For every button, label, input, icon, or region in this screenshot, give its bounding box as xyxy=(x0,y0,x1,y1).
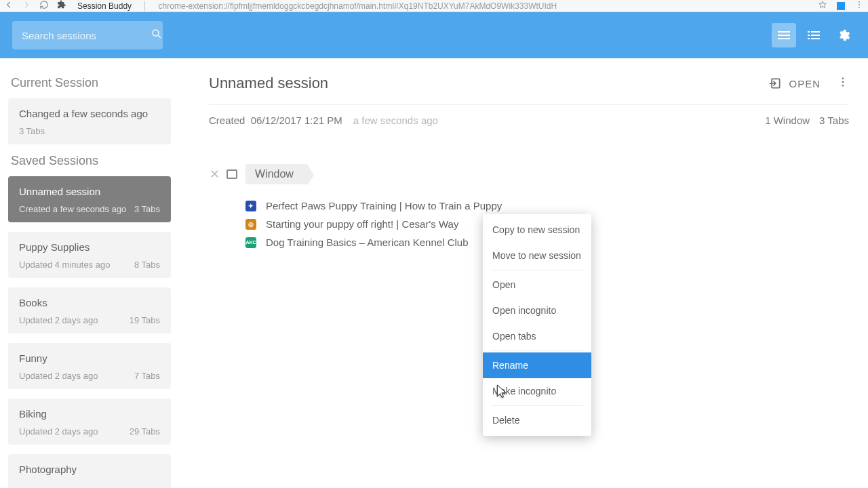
search-input[interactable] xyxy=(22,30,151,41)
svg-point-15 xyxy=(842,81,844,83)
saved-session-card[interactable]: Puppy Supplies Updated 4 minutes ago8 Ta… xyxy=(8,232,171,278)
card-title: Books xyxy=(19,297,160,308)
svg-rect-8 xyxy=(811,31,820,33)
card-title: Unnamed session xyxy=(19,186,160,197)
card-title: Changed a few seconds ago xyxy=(19,108,160,119)
remove-window-button[interactable]: ✕ xyxy=(209,167,220,182)
back-icon[interactable] xyxy=(4,0,14,12)
svg-point-16 xyxy=(842,85,844,87)
menu-item[interactable]: Move to new session xyxy=(483,243,591,268)
card-title: Biking xyxy=(19,408,160,420)
extension-name: Session Buddy xyxy=(77,1,132,11)
address-bar[interactable]: chrome-extension://flpfmljjfmemldoggckcb… xyxy=(159,1,810,11)
svg-rect-10 xyxy=(811,35,820,36)
search-field[interactable] xyxy=(12,21,163,49)
card-title: Puppy Supplies xyxy=(19,241,160,253)
svg-rect-12 xyxy=(811,38,820,39)
reload-icon[interactable] xyxy=(39,0,49,12)
svg-point-2 xyxy=(859,7,860,8)
session-title: Unnamed session xyxy=(209,75,328,92)
extension-icon xyxy=(57,0,66,12)
favicon: ◎ xyxy=(245,219,256,230)
svg-point-3 xyxy=(153,30,159,36)
tab-title: Perfect Paws Puppy Training | How to Tra… xyxy=(266,200,502,211)
saved-session-card[interactable]: Funny Updated 2 days ago7 Tabs xyxy=(8,343,171,389)
saved-session-card[interactable]: Biking Updated 2 days ago29 Tabs xyxy=(8,399,171,445)
view-list-button[interactable] xyxy=(802,23,826,47)
menu-item[interactable]: Open incognito xyxy=(483,298,591,323)
svg-rect-11 xyxy=(808,38,810,39)
menu-item[interactable]: Copy to new session xyxy=(483,217,591,243)
browser-chrome: Session Buddy │ chrome-extension://flpfm… xyxy=(0,0,868,12)
bookmark-icon[interactable] xyxy=(818,0,827,12)
window-icon xyxy=(226,169,237,179)
menu-item[interactable]: Open xyxy=(483,272,591,298)
session-menu-button[interactable] xyxy=(837,76,849,91)
search-icon[interactable] xyxy=(151,28,163,43)
window-context-menu: Copy to new sessionMove to new sessionOp… xyxy=(483,214,591,436)
app-header xyxy=(0,12,868,58)
sidebar-heading-saved: Saved Sessions xyxy=(11,154,171,168)
favicon: ✦ xyxy=(245,201,256,211)
svg-rect-4 xyxy=(778,31,790,33)
menu-item[interactable]: Make incognito xyxy=(483,378,591,404)
tab-title: Dog Training Basics – American Kennel Cl… xyxy=(266,237,469,248)
forward-icon[interactable] xyxy=(22,0,31,12)
card-title: Funny xyxy=(19,352,160,364)
svg-rect-5 xyxy=(778,35,790,36)
view-compact-button[interactable] xyxy=(772,23,796,47)
open-session-button[interactable]: OPEN xyxy=(768,77,821,90)
svg-point-0 xyxy=(859,1,860,3)
settings-button[interactable] xyxy=(831,23,856,47)
tab-row[interactable]: ✦Perfect Paws Puppy Training | How to Tr… xyxy=(245,197,849,215)
svg-rect-9 xyxy=(808,35,810,36)
menu-item[interactable]: Open tabs xyxy=(483,323,591,349)
saved-session-card[interactable]: Unnamed session Created a few seconds ag… xyxy=(8,176,171,222)
session-meta-row: Created 06/12/2017 1:21 PM a few seconds… xyxy=(209,115,849,126)
sidebar-heading-current: Current Session xyxy=(11,76,171,90)
window-label[interactable]: Window xyxy=(245,164,307,184)
main-panel: Unnamed session OPEN Created 06/12/2017 … xyxy=(176,58,868,488)
menu-item[interactable]: Rename xyxy=(483,352,591,378)
svg-rect-7 xyxy=(808,31,810,33)
current-session-card[interactable]: Changed a few seconds ago 3 Tabs xyxy=(8,98,171,144)
svg-point-14 xyxy=(842,77,844,79)
open-icon xyxy=(768,77,782,90)
saved-session-card[interactable]: Photography xyxy=(8,454,171,488)
saved-session-card[interactable]: Books Updated 2 days ago19 Tabs xyxy=(8,287,171,333)
sidebar: Current Session Changed a few seconds ag… xyxy=(0,58,176,488)
svg-rect-6 xyxy=(778,38,790,39)
card-title: Photography xyxy=(19,464,160,475)
browser-menu-icon[interactable] xyxy=(854,0,864,12)
favicon: AKC xyxy=(245,237,256,248)
menu-item[interactable]: Delete xyxy=(483,407,591,433)
extension-badge-icon[interactable] xyxy=(837,2,845,10)
svg-point-1 xyxy=(859,4,860,5)
tab-title: Starting your puppy off right! | Cesar's… xyxy=(266,218,458,230)
